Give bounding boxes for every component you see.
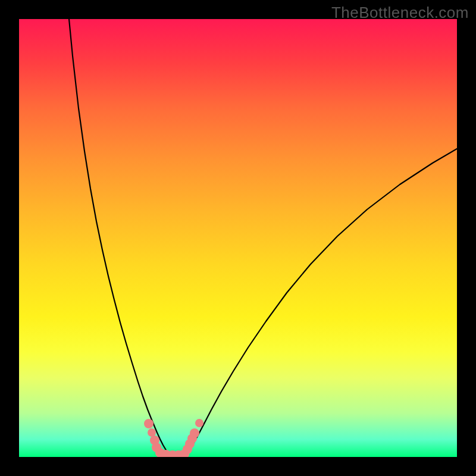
marker-dots [144,419,203,457]
left-curve-line [69,19,170,455]
marker-dot [144,419,154,428]
chart-svg [19,19,457,457]
marker-dot [195,419,203,427]
marker-dot [190,428,199,438]
chart-container: TheBottleneck.com [0,0,476,476]
right-curve-line [186,149,457,455]
marker-dot [148,428,156,437]
plot-area [19,19,457,457]
